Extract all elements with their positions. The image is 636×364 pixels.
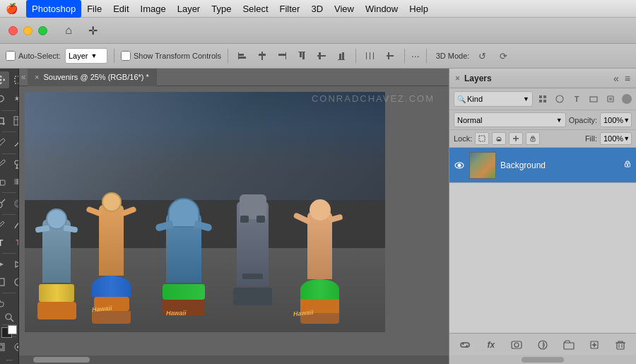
- align-bottom-edges-button[interactable]: [334, 48, 349, 64]
- opacity-input[interactable]: 100% ▼: [600, 112, 632, 127]
- layer-item-background[interactable]: Background: [449, 148, 636, 183]
- pen-tool[interactable]: [0, 216, 9, 233]
- shape-filter-icon[interactable]: [587, 92, 601, 106]
- lock-transparent-pixels-button[interactable]: [475, 132, 489, 145]
- adjustment-filter-icon[interactable]: [553, 92, 567, 106]
- align-centers-horizontal-button[interactable]: [254, 48, 270, 64]
- menu-layer[interactable]: Layer: [172, 0, 206, 18]
- screen-mode-button[interactable]: [0, 339, 9, 356]
- type-filter-icon[interactable]: T: [570, 92, 584, 106]
- create-new-group-button[interactable]: [560, 336, 577, 353]
- svg-rect-2: [239, 57, 246, 59]
- brush-tool[interactable]: [0, 155, 9, 172]
- direct-select-tool[interactable]: [10, 256, 20, 273]
- type-mask-tool[interactable]: T: [10, 234, 20, 251]
- layers-kind-dropdown[interactable]: 🔍 Kind ▼: [454, 91, 533, 107]
- ruler-tool[interactable]: [10, 134, 20, 151]
- create-new-layer-button[interactable]: [586, 336, 603, 353]
- blur-tool[interactable]: [10, 195, 20, 212]
- vertical-scroll-thumb[interactable]: [522, 357, 564, 363]
- zoom-tool[interactable]: [1, 312, 18, 322]
- add-layer-style-button[interactable]: fx: [483, 336, 500, 353]
- autoselect-dropdown[interactable]: Layer ▼: [65, 48, 107, 64]
- layer-visibility-icon[interactable]: [454, 160, 465, 171]
- canvas-viewport[interactable]: Hawaii Hawaii Hawaii: [19, 86, 449, 356]
- hand-tool[interactable]: [0, 295, 9, 312]
- create-new-fill-layer-button[interactable]: [534, 336, 551, 353]
- layers-panel-menu-icon[interactable]: ≡: [625, 73, 630, 84]
- menu-3d[interactable]: 3D: [305, 0, 329, 18]
- document-tab[interactable]: × Souvenirs @ 25% (RGB/16*) *: [28, 69, 157, 86]
- document-tab-close[interactable]: ×: [35, 73, 39, 81]
- fill-input[interactable]: 100% ▼: [600, 132, 632, 145]
- maximize-button[interactable]: [38, 26, 47, 35]
- lock-all-button[interactable]: [526, 132, 540, 145]
- move-tool[interactable]: [0, 71, 9, 88]
- close-button[interactable]: [8, 26, 18, 35]
- home-icon[interactable]: ⌂: [60, 22, 77, 39]
- ellipse-tool[interactable]: [10, 274, 20, 290]
- autoselect-value: Layer: [69, 52, 88, 60]
- menu-file[interactable]: File: [81, 0, 107, 18]
- menu-type[interactable]: Type: [206, 0, 237, 18]
- menu-edit[interactable]: Edit: [107, 0, 134, 18]
- menu-filter[interactable]: Filter: [274, 0, 306, 18]
- layers-panel-collapse-icon[interactable]: «: [613, 73, 619, 84]
- add-layer-mask-button[interactable]: [508, 336, 525, 353]
- freeform-pen-tool[interactable]: [10, 216, 20, 233]
- extra-tools-button[interactable]: ···: [1, 356, 18, 364]
- distribute-left-button[interactable]: [363, 48, 378, 64]
- align-right-edges-button[interactable]: [274, 48, 290, 64]
- menu-help[interactable]: Help: [404, 0, 434, 18]
- lock-position-button[interactable]: [509, 132, 523, 145]
- vertical-scroll-indicator[interactable]: [449, 356, 636, 364]
- slice-tool[interactable]: [10, 112, 20, 129]
- menu-select[interactable]: Select: [237, 0, 273, 18]
- menu-photoshop[interactable]: Photoshop: [26, 0, 81, 18]
- rotate-view-tool[interactable]: [10, 295, 20, 312]
- apple-logo-icon[interactable]: 🍎: [6, 3, 18, 14]
- transform-checkbox[interactable]: [121, 51, 131, 61]
- scroll-thumb-horizontal[interactable]: [33, 357, 90, 363]
- align-top-edges-button[interactable]: [294, 48, 310, 64]
- path-select-tool[interactable]: [0, 256, 9, 273]
- shape-tool[interactable]: [0, 274, 9, 290]
- background-color[interactable]: [8, 325, 17, 334]
- type-tool[interactable]: T: [0, 234, 9, 251]
- more-options-icon[interactable]: ···: [411, 50, 420, 61]
- eraser-tool[interactable]: [0, 173, 9, 190]
- menu-image[interactable]: Image: [135, 0, 172, 18]
- move-tool-icon[interactable]: ✛: [84, 22, 101, 39]
- gradient-tool[interactable]: [10, 173, 20, 190]
- blend-mode-dropdown[interactable]: Normal ▼: [454, 112, 566, 127]
- lock-image-pixels-button[interactable]: [492, 132, 506, 145]
- smart-object-filter-icon[interactable]: [603, 92, 618, 106]
- link-layers-button[interactable]: [457, 336, 473, 353]
- filter-toggle-icon[interactable]: [622, 94, 632, 104]
- minimize-button[interactable]: [23, 26, 33, 35]
- 3d-roll-icon[interactable]: ⟳: [495, 47, 512, 64]
- color-swatch[interactable]: [1, 327, 17, 334]
- menu-view[interactable]: View: [329, 0, 360, 18]
- magic-wand-tool[interactable]: [10, 90, 20, 107]
- quick-mask-button[interactable]: [10, 339, 20, 356]
- distribute-centers-button[interactable]: [382, 48, 398, 64]
- align-centers-vertical-button[interactable]: [314, 48, 329, 64]
- horizontal-scrollbar[interactable]: [19, 356, 449, 364]
- 3d-rotate-icon[interactable]: ↺: [473, 47, 490, 64]
- eyedropper-tool[interactable]: [0, 134, 9, 151]
- panel-collapse-icon[interactable]: «: [19, 69, 28, 86]
- autoselect-checkbox[interactable]: [6, 51, 16, 61]
- dodge-tool[interactable]: [0, 195, 9, 212]
- crop-tool[interactable]: [0, 112, 9, 129]
- layers-panel-close-icon[interactable]: ×: [455, 74, 460, 83]
- align-left-edges-button[interactable]: [235, 48, 250, 64]
- menu-window[interactable]: Window: [360, 0, 404, 18]
- document-canvas[interactable]: Hawaii Hawaii Hawaii: [25, 92, 385, 332]
- svg-rect-15: [366, 52, 367, 59]
- clone-stamp-tool[interactable]: [10, 155, 20, 172]
- lasso-tool[interactable]: [0, 90, 9, 107]
- delete-layer-button[interactable]: [612, 336, 629, 353]
- marquee-tool[interactable]: [10, 71, 20, 88]
- pixel-filter-icon[interactable]: [536, 92, 550, 106]
